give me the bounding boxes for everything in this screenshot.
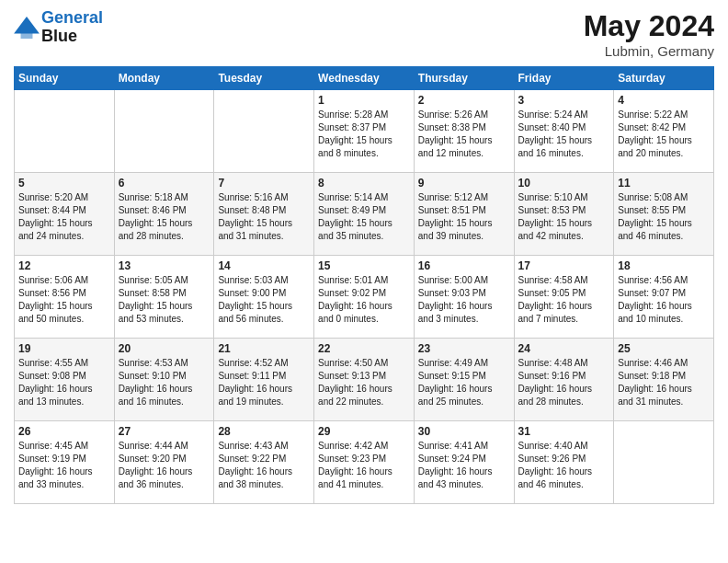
logo-text: General Blue bbox=[41, 9, 103, 46]
logo-line1: General bbox=[41, 8, 103, 27]
calendar-cell: 11Sunrise: 5:08 AMSunset: 8:55 PMDayligh… bbox=[614, 173, 714, 256]
calendar-cell: 27Sunrise: 4:44 AMSunset: 9:20 PMDayligh… bbox=[114, 421, 214, 504]
day-number: 13 bbox=[119, 259, 210, 272]
day-info: Sunrise: 5:03 AMSunset: 9:00 PMDaylight:… bbox=[218, 274, 310, 326]
day-info: Sunrise: 5:08 AMSunset: 8:55 PMDaylight:… bbox=[618, 191, 710, 243]
day-number: 2 bbox=[418, 94, 510, 107]
day-number: 26 bbox=[18, 425, 110, 438]
location: Lubmin, Germany bbox=[584, 43, 714, 59]
calendar-cell: 19Sunrise: 4:55 AMSunset: 9:08 PMDayligh… bbox=[15, 339, 115, 421]
svg-marker-1 bbox=[21, 29, 33, 39]
day-info: Sunrise: 5:24 AMSunset: 8:40 PMDaylight:… bbox=[518, 109, 610, 160]
calendar-body: 1Sunrise: 5:28 AMSunset: 8:37 PMDaylight… bbox=[15, 90, 714, 504]
day-info: Sunrise: 4:40 AMSunset: 9:26 PMDaylight:… bbox=[518, 440, 610, 491]
day-info: Sunrise: 5:12 AMSunset: 8:51 PMDaylight:… bbox=[418, 191, 510, 243]
calendar-cell: 31Sunrise: 4:40 AMSunset: 9:26 PMDayligh… bbox=[514, 421, 614, 504]
title-block: May 2024 Lubmin, Germany bbox=[584, 9, 714, 59]
calendar-cell: 14Sunrise: 5:03 AMSunset: 9:00 PMDayligh… bbox=[214, 256, 314, 339]
day-number: 11 bbox=[618, 177, 710, 190]
day-info: Sunrise: 5:00 AMSunset: 9:03 PMDaylight:… bbox=[418, 274, 510, 326]
day-info: Sunrise: 4:55 AMSunset: 9:08 PMDaylight:… bbox=[18, 357, 110, 408]
day-number: 15 bbox=[318, 259, 410, 272]
month-title: May 2024 bbox=[584, 9, 714, 43]
day-info: Sunrise: 5:10 AMSunset: 8:53 PMDaylight:… bbox=[518, 191, 610, 243]
calendar-week-1: 1Sunrise: 5:28 AMSunset: 8:37 PMDaylight… bbox=[15, 90, 714, 173]
calendar-cell: 28Sunrise: 4:43 AMSunset: 9:22 PMDayligh… bbox=[214, 421, 314, 504]
logo-icon bbox=[14, 17, 40, 39]
day-info: Sunrise: 5:05 AMSunset: 8:58 PMDaylight:… bbox=[119, 274, 210, 326]
calendar-cell: 22Sunrise: 4:50 AMSunset: 9:13 PMDayligh… bbox=[314, 339, 415, 421]
day-number: 23 bbox=[418, 342, 510, 355]
day-info: Sunrise: 5:28 AMSunset: 8:37 PMDaylight:… bbox=[318, 109, 410, 160]
day-info: Sunrise: 4:50 AMSunset: 9:13 PMDaylight:… bbox=[318, 357, 410, 408]
weekday-header-saturday: Saturday bbox=[614, 67, 714, 90]
calendar-cell: 23Sunrise: 4:49 AMSunset: 9:15 PMDayligh… bbox=[414, 339, 514, 421]
weekday-header-friday: Friday bbox=[514, 67, 614, 90]
day-number: 27 bbox=[119, 425, 210, 438]
calendar-cell: 7Sunrise: 5:16 AMSunset: 8:48 PMDaylight… bbox=[214, 173, 314, 256]
logo-line2: Blue bbox=[41, 27, 77, 45]
day-info: Sunrise: 4:46 AMSunset: 9:18 PMDaylight:… bbox=[618, 357, 710, 408]
calendar-cell: 17Sunrise: 4:58 AMSunset: 9:05 PMDayligh… bbox=[514, 256, 614, 339]
calendar-cell: 10Sunrise: 5:10 AMSunset: 8:53 PMDayligh… bbox=[514, 173, 614, 256]
calendar-cell: 29Sunrise: 4:42 AMSunset: 9:23 PMDayligh… bbox=[314, 421, 415, 504]
day-info: Sunrise: 5:16 AMSunset: 8:48 PMDaylight:… bbox=[218, 191, 310, 243]
day-info: Sunrise: 5:18 AMSunset: 8:46 PMDaylight:… bbox=[119, 191, 210, 243]
day-info: Sunrise: 4:48 AMSunset: 9:16 PMDaylight:… bbox=[518, 357, 610, 408]
day-number: 25 bbox=[618, 342, 710, 355]
calendar-cell: 15Sunrise: 5:01 AMSunset: 9:02 PMDayligh… bbox=[314, 256, 415, 339]
day-number: 10 bbox=[518, 177, 610, 190]
day-number: 17 bbox=[518, 259, 610, 272]
day-info: Sunrise: 5:20 AMSunset: 8:44 PMDaylight:… bbox=[18, 191, 110, 243]
calendar-cell: 6Sunrise: 5:18 AMSunset: 8:46 PMDaylight… bbox=[114, 173, 214, 256]
calendar-cell: 26Sunrise: 4:45 AMSunset: 9:19 PMDayligh… bbox=[15, 421, 115, 504]
calendar-cell: 25Sunrise: 4:46 AMSunset: 9:18 PMDayligh… bbox=[614, 339, 714, 421]
calendar-cell: 12Sunrise: 5:06 AMSunset: 8:56 PMDayligh… bbox=[15, 256, 115, 339]
day-number: 16 bbox=[418, 259, 510, 272]
page-container: General Blue May 2024 Lubmin, Germany Su… bbox=[0, 0, 728, 513]
day-info: Sunrise: 4:53 AMSunset: 9:10 PMDaylight:… bbox=[119, 357, 210, 408]
calendar-table: SundayMondayTuesdayWednesdayThursdayFrid… bbox=[14, 66, 714, 504]
day-number: 19 bbox=[18, 342, 110, 355]
header: General Blue May 2024 Lubmin, Germany bbox=[14, 9, 714, 59]
day-info: Sunrise: 4:49 AMSunset: 9:15 PMDaylight:… bbox=[418, 357, 510, 408]
calendar-cell: 4Sunrise: 5:22 AMSunset: 8:42 PMDaylight… bbox=[614, 90, 714, 173]
day-number: 7 bbox=[218, 177, 310, 190]
day-info: Sunrise: 4:52 AMSunset: 9:11 PMDaylight:… bbox=[218, 357, 310, 408]
day-info: Sunrise: 5:26 AMSunset: 8:38 PMDaylight:… bbox=[418, 109, 510, 160]
calendar-cell: 1Sunrise: 5:28 AMSunset: 8:37 PMDaylight… bbox=[314, 90, 415, 173]
day-number: 31 bbox=[518, 425, 610, 438]
day-number: 18 bbox=[618, 259, 710, 272]
day-info: Sunrise: 4:43 AMSunset: 9:22 PMDaylight:… bbox=[218, 440, 310, 491]
day-number: 14 bbox=[218, 259, 310, 272]
weekday-header-tuesday: Tuesday bbox=[214, 67, 314, 90]
day-number: 5 bbox=[18, 177, 110, 190]
day-info: Sunrise: 5:01 AMSunset: 9:02 PMDaylight:… bbox=[318, 274, 410, 326]
day-number: 21 bbox=[218, 342, 310, 355]
calendar-cell: 30Sunrise: 4:41 AMSunset: 9:24 PMDayligh… bbox=[414, 421, 514, 504]
calendar-week-4: 19Sunrise: 4:55 AMSunset: 9:08 PMDayligh… bbox=[15, 339, 714, 421]
day-number: 24 bbox=[518, 342, 610, 355]
calendar-cell: 8Sunrise: 5:14 AMSunset: 8:49 PMDaylight… bbox=[314, 173, 415, 256]
day-number: 4 bbox=[618, 94, 710, 107]
day-number: 28 bbox=[218, 425, 310, 438]
day-info: Sunrise: 4:42 AMSunset: 9:23 PMDaylight:… bbox=[318, 440, 410, 491]
calendar-cell: 3Sunrise: 5:24 AMSunset: 8:40 PMDaylight… bbox=[514, 90, 614, 173]
calendar-cell: 9Sunrise: 5:12 AMSunset: 8:51 PMDaylight… bbox=[414, 173, 514, 256]
day-info: Sunrise: 4:45 AMSunset: 9:19 PMDaylight:… bbox=[18, 440, 110, 491]
calendar-cell: 20Sunrise: 4:53 AMSunset: 9:10 PMDayligh… bbox=[114, 339, 214, 421]
calendar-week-5: 26Sunrise: 4:45 AMSunset: 9:19 PMDayligh… bbox=[15, 421, 714, 504]
day-number: 6 bbox=[119, 177, 210, 190]
day-number: 20 bbox=[119, 342, 210, 355]
day-info: Sunrise: 4:58 AMSunset: 9:05 PMDaylight:… bbox=[518, 274, 610, 326]
day-number: 3 bbox=[518, 94, 610, 107]
day-info: Sunrise: 4:44 AMSunset: 9:20 PMDaylight:… bbox=[119, 440, 210, 491]
calendar-cell bbox=[214, 90, 314, 173]
calendar-cell bbox=[614, 421, 714, 504]
calendar-week-2: 5Sunrise: 5:20 AMSunset: 8:44 PMDaylight… bbox=[15, 173, 714, 256]
weekday-header-sunday: Sunday bbox=[15, 67, 115, 90]
day-info: Sunrise: 5:22 AMSunset: 8:42 PMDaylight:… bbox=[618, 109, 710, 160]
calendar-cell: 24Sunrise: 4:48 AMSunset: 9:16 PMDayligh… bbox=[514, 339, 614, 421]
calendar-cell: 5Sunrise: 5:20 AMSunset: 8:44 PMDaylight… bbox=[15, 173, 115, 256]
weekday-header-row: SundayMondayTuesdayWednesdayThursdayFrid… bbox=[15, 67, 714, 90]
